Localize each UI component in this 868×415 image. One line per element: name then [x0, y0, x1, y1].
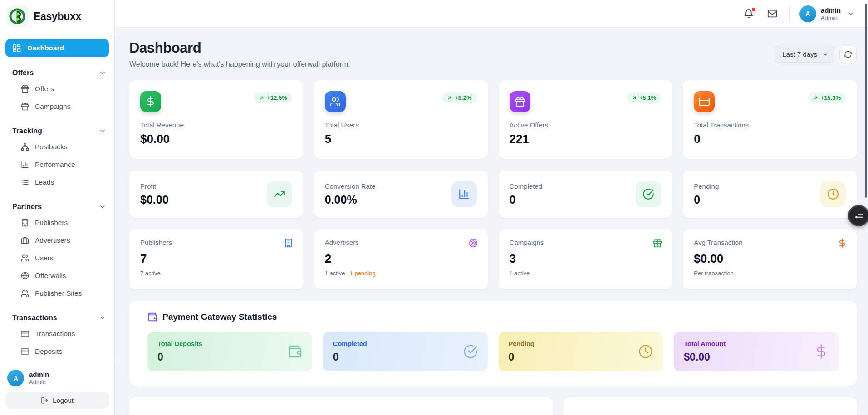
metric-label: Conversion Rate	[325, 182, 376, 190]
entity-value: 2	[325, 252, 477, 266]
users-icon	[325, 91, 346, 112]
clock-icon	[820, 181, 846, 207]
sidebar-item-dashboard[interactable]: Dashboard	[5, 39, 109, 57]
payment-stat-pending: Pending 0	[499, 332, 663, 371]
sidebar-item-postbacks[interactable]: Postbacks	[5, 138, 109, 156]
page-head: Dashboard Welcome back! Here's what's ha…	[129, 40, 857, 68]
target-icon	[469, 239, 478, 248]
gift-icon	[21, 103, 29, 111]
payment-gateway-card: Payment Gateway Statistics Total Deposit…	[129, 301, 857, 386]
chevron-down-icon	[99, 314, 106, 322]
contact-list-icon	[854, 211, 864, 221]
kpi-card-total-transactions: +15.3% Total Transactions 0	[683, 80, 857, 159]
kpi-value: 5	[325, 132, 477, 146]
dashboard-icon	[12, 44, 21, 53]
entity-label: Avg Transaction	[694, 239, 846, 246]
partial-card-right	[564, 397, 857, 415]
sidebar-item-advertisers[interactable]: Advertisers	[5, 231, 109, 249]
divider	[789, 6, 790, 21]
users-icon	[21, 254, 29, 262]
chevron-down-icon	[99, 203, 106, 210]
date-range-select[interactable]: Last 7 days	[775, 46, 834, 63]
kpi-label: Total Revenue	[140, 121, 292, 129]
gift-icon	[653, 239, 662, 248]
mail-icon	[767, 9, 777, 19]
user-menu[interactable]: A admin Admin	[799, 5, 854, 22]
kpi-value: 0	[694, 132, 846, 146]
messages-button[interactable]	[765, 7, 779, 20]
sidebar-item-campaigns[interactable]: Campaigns	[5, 98, 109, 115]
floating-widget-button[interactable]	[848, 205, 868, 226]
scrollbar-thumb[interactable]	[865, 4, 867, 198]
stat-label: Total Amount	[684, 340, 726, 347]
metric-label: Pending	[694, 182, 719, 190]
sidebar-item-label: Performance	[35, 161, 75, 169]
payment-stat-completed: Completed 0	[323, 332, 488, 371]
notification-dot	[752, 8, 755, 11]
change-badge: +8.2%	[442, 92, 476, 103]
entity-card-advertisers: Advertisers 2 1 active1 pending	[314, 229, 488, 289]
page-subtitle: Welcome back! Here's what's happening wi…	[129, 60, 350, 68]
sidebar-section-offers-header[interactable]: Offers	[5, 66, 109, 80]
sidebar-item-label: Campaigns	[35, 103, 70, 111]
entity-value: 3	[510, 252, 662, 266]
page-title: Dashboard	[129, 40, 350, 56]
users-icon	[21, 289, 29, 298]
sidebar-footer: A admin Admin Logout	[0, 362, 114, 415]
entity-active: 7 active	[140, 270, 161, 277]
metric-card-profit: Profit $0.00	[129, 171, 303, 218]
sidebar-section-tracking: Tracking Postbacks Performance Leads	[5, 124, 109, 191]
payment-stat-total-amount: Total Amount $0.00	[674, 332, 839, 371]
payment-stat-total-deposits: Total Deposits 0	[147, 332, 312, 371]
sidebar-item-label: Deposits	[35, 347, 62, 356]
entity-label: Publishers	[140, 239, 292, 246]
building-icon	[284, 239, 293, 248]
entity-card-campaigns: Campaigns 3 1 active	[499, 229, 672, 289]
entity-active: 1 active	[325, 270, 345, 277]
wallet-icon	[147, 312, 157, 322]
sidebar-item-publishers[interactable]: Publishers	[5, 214, 109, 231]
sidebar-item-performance[interactable]: Performance	[5, 156, 109, 173]
sidebar-item-deposits[interactable]: Deposits	[5, 342, 109, 360]
stat-value: 0	[509, 351, 535, 363]
section-title: Transactions	[12, 314, 57, 322]
logout-button[interactable]: Logout	[5, 392, 109, 409]
sidebar-item-leads[interactable]: Leads	[5, 173, 109, 191]
metric-value: $0.00	[140, 193, 169, 206]
section-title: Offers	[12, 69, 34, 77]
sidebar-section-partners: Partners Publishers Advertisers Users Of…	[5, 200, 109, 302]
sidebar-section-partners-header[interactable]: Partners	[5, 200, 109, 214]
entity-active: 1 active	[510, 270, 530, 277]
gift-icon	[510, 91, 530, 112]
sidebar-section-offers: Offers Offers Campaigns	[5, 66, 109, 115]
chevron-down-icon	[99, 127, 106, 135]
refresh-button[interactable]	[839, 46, 857, 63]
check-circle-icon	[636, 181, 661, 207]
sidebar-section-tracking-header[interactable]: Tracking	[5, 124, 109, 138]
sidebar-item-label: Transactions	[35, 330, 75, 338]
entity-card-avg-transaction: Avg Transaction $0.00 Per transaction	[683, 229, 857, 289]
page-content: Dashboard Welcome back! Here's what's ha…	[115, 28, 868, 415]
partial-card-left	[129, 397, 553, 415]
metric-card-pending: Pending 0	[683, 171, 857, 218]
sidebar-section-transactions-header[interactable]: Transactions	[5, 311, 109, 325]
notifications-button[interactable]	[742, 7, 755, 20]
sidebar-item-users[interactable]: Users	[5, 249, 109, 267]
user-name: admin	[29, 371, 49, 378]
stat-label: Total Deposits	[157, 340, 202, 347]
arrow-up-right-icon	[447, 95, 452, 101]
metric-row: Profit $0.00 Conversion Rate 0.00% Compl…	[129, 171, 857, 218]
sidebar-item-offers[interactable]: Offers	[5, 80, 109, 98]
chevron-down-icon	[99, 69, 106, 77]
sidebar-item-publisher-sites[interactable]: Publisher Sites	[5, 284, 109, 302]
kpi-card-active-offers: +5.1% Active Offers 221	[499, 80, 672, 159]
section-title: Partners	[12, 203, 42, 211]
sidebar-item-offerwalls[interactable]: Offerwalls	[5, 267, 109, 284]
sidebar-user: A admin Admin	[5, 368, 109, 392]
sidebar-item-transactions[interactable]: Transactions	[5, 325, 109, 342]
kpi-value: 221	[510, 132, 662, 146]
payment-gateway-header: Payment Gateway Statistics	[147, 312, 839, 322]
brand-logo-icon	[6, 5, 28, 27]
head-controls: Last 7 days	[775, 46, 857, 63]
avatar: A	[7, 370, 24, 386]
